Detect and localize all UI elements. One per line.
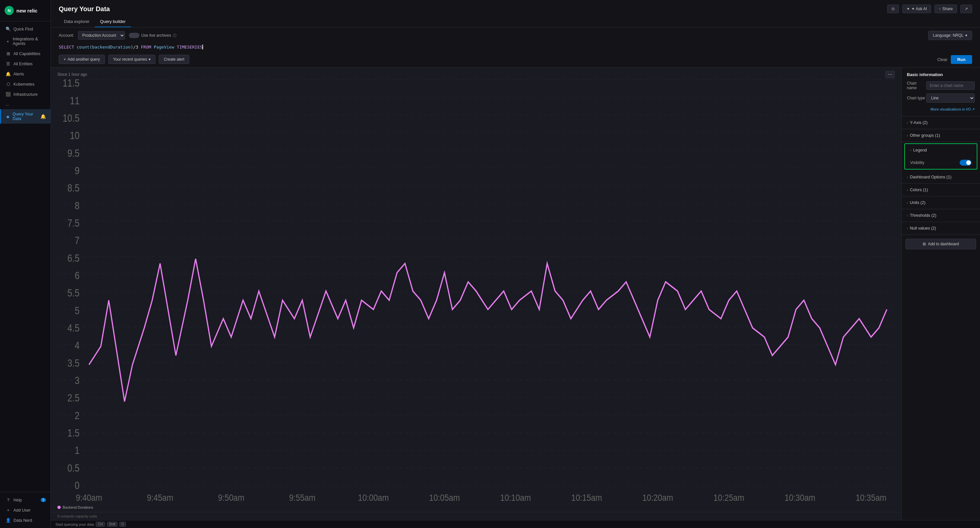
help-icon: ? — [6, 498, 11, 503]
chevron-down-icon: ▾ — [149, 57, 151, 62]
sidebar-item-add-user[interactable]: + Add User — [0, 505, 51, 515]
query-paren-close: ) — [130, 45, 133, 49]
sidebar-item-label: All Entities — [13, 62, 32, 66]
basic-info-title: Basic information — [907, 72, 975, 77]
share-button[interactable]: ↑ Share — [934, 5, 957, 13]
thresholds-label: Thresholds (2) — [910, 213, 936, 218]
compute-units: 0 compute capacity units — [57, 514, 97, 518]
tabs-row: Data explorer Query builder — [59, 16, 972, 27]
user-icon: 👤 — [6, 518, 11, 523]
sidebar-item-help[interactable]: ? Help 5 — [0, 495, 51, 505]
query-cursor — [202, 45, 203, 49]
sidebar-item-infrastructure[interactable]: ⬛ Infrastructure — [0, 89, 51, 99]
sidebar-item-alerts[interactable]: 🔔 Alerts — [0, 69, 51, 79]
sidebar-item-data-nerd[interactable]: 👤 Data Nerd — [0, 515, 51, 525]
query-divisor: /3 — [133, 45, 141, 49]
grid-icon: ⊞ — [6, 51, 11, 56]
y-axis-header[interactable]: › Y-Axis (2) — [902, 116, 980, 129]
add-another-query-button[interactable]: + Add another query — [59, 55, 105, 64]
viz-link[interactable]: More visualizations in I/O ↗ — [907, 106, 975, 111]
tab-data-explorer[interactable]: Data explorer — [59, 16, 95, 27]
visibility-toggle[interactable] — [960, 160, 972, 165]
sidebar-item-all-entities[interactable]: ☰ All Entities — [0, 59, 51, 69]
bell-notification-icon[interactable]: 🔔 — [40, 114, 46, 119]
query-function: count — [77, 45, 89, 49]
colors-header[interactable]: › Colors (1) — [902, 184, 980, 196]
svg-text:10:25am: 10:25am — [713, 493, 744, 503]
chart-type-selector[interactable]: Line Area Bar — [926, 94, 975, 103]
svg-text:6.5: 6.5 — [68, 253, 80, 264]
other-groups-section: › Other groups (1) — [902, 129, 980, 142]
chart-svg: 11.5 11 10.5 10 9.5 9 8.5 8 7.5 7 6.5 6 … — [57, 80, 895, 503]
chevron-right-icon: › — [907, 175, 908, 179]
chart-type-row: Chart type Line Area Bar — [907, 94, 975, 103]
chevron-right-icon: › — [907, 188, 908, 192]
legend-color-dot — [57, 506, 60, 509]
sidebar-item-label: Data Nerd — [13, 518, 32, 523]
add-another-label: Add another query — [68, 57, 100, 62]
svg-text:10:00am: 10:00am — [358, 493, 389, 503]
clear-label: Clear — [937, 57, 948, 62]
create-alert-button[interactable]: Create alert — [159, 55, 189, 64]
sidebar-item-all-capabilities[interactable]: ⊞ All Capabilities — [0, 49, 51, 59]
svg-text:7: 7 — [75, 235, 80, 246]
svg-text:9:55am: 9:55am — [289, 493, 315, 503]
clear-button[interactable]: Clear — [937, 57, 948, 62]
sidebar-item-label: Quick Find — [13, 27, 33, 32]
svg-text:8.5: 8.5 — [68, 182, 80, 194]
sidebar-item-query-your-data[interactable]: ◈ Query Your Data 🔔 — [0, 109, 51, 124]
svg-text:9:45am: 9:45am — [147, 493, 173, 503]
sidebar-nav: 🔍 Quick Find + Integrations & Agents ⊞ A… — [0, 21, 51, 492]
colors-label: Colors (1) — [910, 188, 928, 192]
query-editor[interactable]: SELECT count(backendDuration)/3 FROM Pag… — [59, 43, 972, 51]
sidebar-item-integrations[interactable]: + Integrations & Agents — [0, 34, 51, 49]
sidebar-item-label: Infrastructure — [13, 92, 38, 97]
svg-text:10:10am: 10:10am — [500, 493, 531, 503]
chart-legend: Backend Durations — [51, 503, 901, 512]
null-values-header[interactable]: › Null values (2) — [902, 222, 980, 234]
guide-icon: ⊙ — [891, 6, 895, 11]
thresholds-header[interactable]: › Thresholds (2) — [902, 209, 980, 222]
sidebar-bottom: ? Help 5 + Add User 👤 Data Nerd — [0, 492, 51, 528]
language-selector[interactable]: Language: NRQL ▾ — [928, 31, 972, 40]
svg-text:11.5: 11.5 — [63, 80, 80, 89]
account-selector[interactable]: Production Account — [78, 31, 125, 40]
legend-header[interactable]: › Legend — [905, 144, 977, 156]
null-values-section: › Null values (2) — [902, 222, 980, 235]
chart-menu-button[interactable]: ⋯ — [886, 71, 895, 78]
sidebar-item-kubernetes[interactable]: ⬡ Kubernetes — [0, 79, 51, 89]
svg-text:0: 0 — [75, 480, 80, 491]
sidebar-item-label: Query Your Data — [13, 112, 38, 121]
create-alert-label: Create alert — [164, 57, 185, 62]
query-field: backendDuration — [92, 45, 130, 49]
svg-text:1.5: 1.5 — [68, 427, 80, 439]
infra-icon: ⬛ — [6, 92, 11, 97]
run-button[interactable]: Run — [951, 55, 972, 64]
add-to-dashboard-button[interactable]: ⊞ Add to dashboard — [905, 239, 976, 249]
share-icon: ↑ — [939, 6, 941, 11]
live-archives-toggle[interactable]: Use live archives ⓘ — [129, 33, 177, 38]
dashboard-options-header[interactable]: › Dashboard Options (1) — [902, 171, 980, 183]
svg-text:10: 10 — [70, 130, 80, 142]
ask-ai-button[interactable]: ✦ ✦ Ask AI — [902, 5, 931, 13]
run-label: Run — [958, 57, 966, 62]
legend-section: › Legend Visibility — [904, 143, 977, 170]
ask-ai-label: ✦ Ask AI — [912, 6, 927, 11]
sidebar-item-more[interactable]: ... — [0, 99, 51, 109]
sidebar-item-quick-find[interactable]: 🔍 Quick Find — [0, 24, 51, 34]
guide-button[interactable]: ⊙ — [887, 5, 899, 13]
other-groups-header[interactable]: › Other groups (1) — [902, 129, 980, 142]
legend-content: Visibility — [905, 156, 977, 169]
external-link-button[interactable]: ↗ — [960, 5, 972, 13]
tab-query-builder[interactable]: Query builder — [95, 16, 131, 27]
header-actions: ⊙ ✦ ✦ Ask AI ↑ Share ↗ — [887, 5, 972, 13]
recent-queries-button[interactable]: Your recent queries ▾ — [108, 55, 156, 64]
units-header[interactable]: › Units (2) — [902, 196, 980, 209]
chart-name-input[interactable] — [926, 81, 975, 90]
chevron-right-icon: › — [907, 134, 908, 137]
dashboard-options-section: › Dashboard Options (1) — [902, 171, 980, 184]
right-panel: Basic information Chart name Chart type … — [901, 68, 980, 520]
chart-name-row: Chart name — [907, 81, 975, 90]
live-archives-track[interactable] — [129, 33, 139, 38]
svg-text:2: 2 — [75, 410, 80, 421]
